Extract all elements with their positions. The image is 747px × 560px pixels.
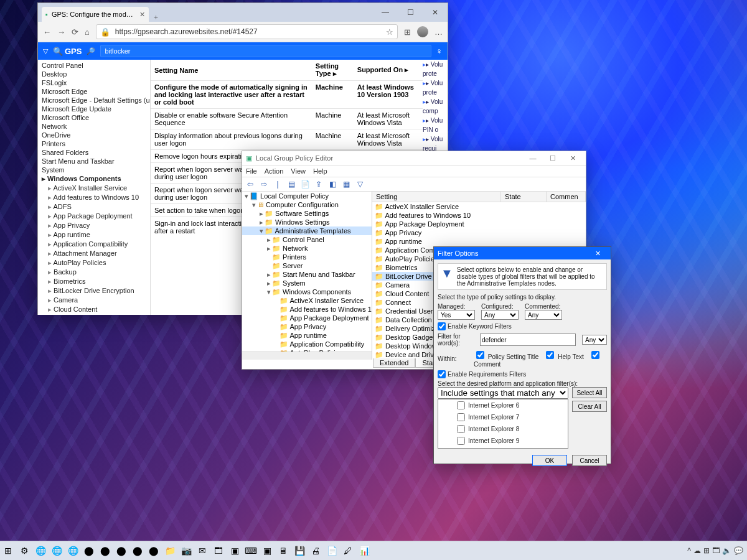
- taskbar-icon[interactable]: ▣: [227, 543, 242, 558]
- gps-tree-item[interactable]: ActiveX Installer Service: [38, 184, 150, 193]
- gps-tree-item[interactable]: App Privacy: [38, 221, 150, 230]
- gpedit-tree-node[interactable]: 📁 Printers: [242, 253, 372, 261]
- home-icon[interactable]: ⌂: [85, 27, 90, 37]
- maximize-button[interactable]: ☐: [398, 3, 423, 22]
- url-input[interactable]: [114, 27, 382, 37]
- gpedit-tree-node[interactable]: 📁 ActiveX Installer Service: [242, 296, 372, 305]
- gps-result-row[interactable]: Display information about previous logon…: [151, 129, 423, 150]
- taskbar-icon[interactable]: 💾: [292, 543, 307, 558]
- taskbar-icon[interactable]: ✉: [195, 543, 210, 558]
- gpedit-tree-node[interactable]: ▾📁 Administrative Templates: [242, 226, 372, 235]
- taskbar-icon[interactable]: 🌐: [49, 543, 64, 558]
- edge-tab[interactable]: ▪ GPS: Configure the mode of aut… ✕: [42, 7, 149, 22]
- platform-item[interactable]: Internet Explorer 7: [438, 411, 568, 423]
- gps-tree-item[interactable]: Cloud Content: [38, 305, 150, 314]
- taskbar-icon[interactable]: 🖨: [308, 543, 323, 558]
- gpedit-tree-node[interactable]: ▸📁 Control Panel: [242, 235, 372, 244]
- toolbar-icon[interactable]: ⇨: [258, 180, 270, 189]
- filter-icon[interactable]: ▽: [43, 47, 48, 55]
- gpedit-tree[interactable]: ▾📘 Local Computer Policy▾🖥 Computer Conf…: [242, 192, 372, 360]
- taskbar-icon[interactable]: 🌐: [65, 543, 80, 558]
- idea-icon[interactable]: ♀: [436, 46, 443, 56]
- filter-words-match-select[interactable]: Any: [582, 335, 607, 345]
- gpedit-menubar[interactable]: FileActionViewHelp: [242, 166, 586, 177]
- gps-tree-item[interactable]: System: [38, 166, 150, 174]
- menu-action[interactable]: Action: [265, 167, 284, 175]
- gps-tree-item[interactable]: App runtime: [38, 230, 150, 240]
- gps-tree-item[interactable]: FSLogix: [38, 78, 150, 87]
- platform-checkbox[interactable]: [457, 413, 465, 421]
- gpedit-tree-node[interactable]: ▾📘 Local Computer Policy: [242, 192, 372, 200]
- toolbar-icon[interactable]: ▽: [354, 180, 365, 189]
- close-button[interactable]: ✕: [563, 154, 582, 162]
- gps-tree-item[interactable]: Shared Folders: [38, 148, 150, 157]
- gps-tree-item[interactable]: Printers: [38, 139, 150, 148]
- gpedit-titlebar[interactable]: ▣ Local Group Policy Editor —☐✕: [242, 151, 586, 166]
- gpedit-list-item[interactable]: 📁 App Package Deployment: [372, 220, 586, 228]
- enable-requirements-checkbox[interactable]: [438, 370, 446, 378]
- gps-tree-item[interactable]: Microsoft Edge Update: [38, 105, 150, 113]
- gps-tree-item[interactable]: ADFS: [38, 202, 150, 212]
- toolbar-icon[interactable]: ▤: [286, 180, 297, 189]
- taskbar-icon[interactable]: ⬤: [98, 543, 113, 558]
- gpedit-list-item[interactable]: 📁 Add features to Windows 10: [372, 211, 586, 220]
- taskbar-icon[interactable]: 🖊: [341, 543, 355, 558]
- gps-tree-item[interactable]: Microsoft Edge - Default Settings (us…: [38, 96, 150, 105]
- toolbar-icon[interactable]: 📄: [299, 180, 311, 189]
- taskbar-icon[interactable]: ⌨: [243, 543, 258, 558]
- platform-checkbox[interactable]: [457, 437, 465, 445]
- gpedit-tree-node[interactable]: ▸📁 System: [242, 279, 372, 287]
- platform-item[interactable]: Internet Explorer 8: [438, 423, 568, 435]
- within-checkbox[interactable]: [591, 351, 599, 359]
- gpedit-toolbar[interactable]: ⇦⇨|▤📄⇪◧▦▽: [242, 177, 586, 192]
- gps-tree-item[interactable]: Connect: [38, 314, 150, 315]
- within-checkbox[interactable]: [546, 351, 554, 359]
- col-setting-name[interactable]: Setting Name: [151, 60, 312, 81]
- clear-all-button[interactable]: Clear All: [572, 401, 607, 412]
- col-setting-type[interactable]: Setting Type ▸: [312, 60, 354, 81]
- platform-item[interactable]: Internet Explorer 6: [438, 399, 568, 411]
- tab-extended[interactable]: Extended: [373, 358, 415, 368]
- gpedit-list-item[interactable]: 📁 App runtime: [372, 237, 586, 246]
- gps-tree-item[interactable]: Add features to Windows 10: [38, 193, 150, 202]
- gpedit-tree-node[interactable]: 📁 Application Compatibility: [242, 340, 372, 348]
- gps-tree-item[interactable]: Camera: [38, 296, 150, 305]
- taskbar-icon[interactable]: 🖥: [276, 543, 291, 558]
- menu-help[interactable]: Help: [313, 167, 327, 175]
- gps-tree-item[interactable]: Biometrics: [38, 277, 150, 286]
- toolbar-icon[interactable]: ⇪: [313, 180, 324, 189]
- taskbar-icon[interactable]: 📁: [162, 543, 177, 558]
- address-bar[interactable]: 🔒 ☆: [96, 24, 398, 39]
- configured-select[interactable]: Any: [481, 310, 519, 320]
- commented-select[interactable]: Any: [525, 310, 562, 320]
- taskbar-icon[interactable]: ⬤: [82, 543, 96, 558]
- platform-checkbox[interactable]: [457, 425, 465, 433]
- filter-words-input[interactable]: [480, 334, 576, 346]
- gps-tree-item[interactable]: Desktop: [38, 70, 150, 78]
- gpedit-tree-node[interactable]: ▾🖥 Computer Configuration: [242, 200, 372, 209]
- platform-checkbox[interactable]: [457, 401, 465, 409]
- cancel-button[interactable]: Cancel: [572, 455, 607, 466]
- tray-icon[interactable]: 💬: [734, 546, 743, 555]
- edge-titlebar[interactable]: ▪ GPS: Configure the mode of aut… ✕ ＋ — …: [38, 3, 448, 22]
- tray-icon[interactable]: ☁: [693, 546, 701, 555]
- minimize-button[interactable]: —: [524, 154, 542, 162]
- platform-list[interactable]: Internet Explorer 6 Internet Explorer 7 …: [438, 399, 568, 449]
- taskbar-icon[interactable]: ⊞: [1, 543, 16, 558]
- gps-search-input[interactable]: [100, 45, 431, 57]
- toolbar-icon[interactable]: |: [272, 180, 283, 189]
- gps-tree-item[interactable]: AutoPlay Policies: [38, 258, 150, 268]
- taskbar-icon[interactable]: 🗔: [211, 543, 226, 558]
- toolbar-icon[interactable]: ▦: [341, 180, 352, 189]
- gpedit-tree-node[interactable]: 📁 App Package Deployment: [242, 314, 372, 322]
- gps-tree-item[interactable]: ▸ Windows Components: [38, 174, 150, 184]
- gpedit-tree-node[interactable]: 📁 Server: [242, 261, 372, 270]
- gps-result-row[interactable]: Disable or enable software Secure Attent…: [151, 109, 423, 129]
- taskbar-icon[interactable]: 📷: [179, 543, 194, 558]
- taskbar-icon[interactable]: 🌐: [33, 543, 48, 558]
- back-icon[interactable]: ←: [43, 27, 51, 37]
- forward-icon[interactable]: →: [57, 27, 65, 37]
- gps-tree-item[interactable]: Application Compatibility: [38, 240, 150, 249]
- gpedit-tree-node[interactable]: 📁 Add features to Windows 10: [242, 305, 372, 314]
- ok-button[interactable]: OK: [532, 455, 567, 466]
